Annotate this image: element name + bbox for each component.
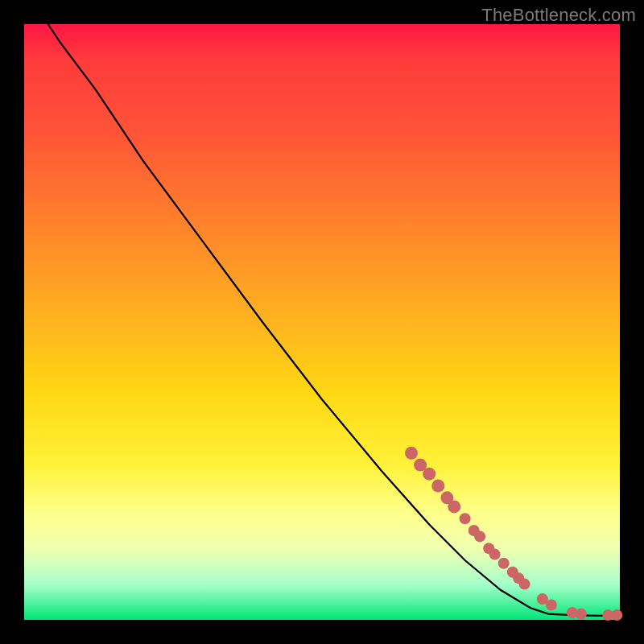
data-marker bbox=[611, 609, 622, 621]
data-marker bbox=[423, 468, 436, 481]
data-marker bbox=[498, 558, 510, 569]
data-marker bbox=[474, 530, 485, 542]
data-marker bbox=[405, 447, 418, 460]
bottleneck-curve bbox=[48, 24, 620, 616]
data-marker bbox=[460, 513, 471, 524]
data-marker bbox=[546, 600, 557, 611]
data-marker bbox=[489, 549, 501, 560]
data-marker bbox=[519, 579, 530, 590]
chart-overlay bbox=[24, 24, 620, 620]
data-marker bbox=[448, 500, 460, 513]
data-marker bbox=[431, 480, 444, 493]
attribution-label: TheBottleneck.com bbox=[481, 5, 636, 26]
data-marker bbox=[576, 609, 587, 620]
chart-frame: TheBottleneck.com bbox=[0, 0, 644, 644]
